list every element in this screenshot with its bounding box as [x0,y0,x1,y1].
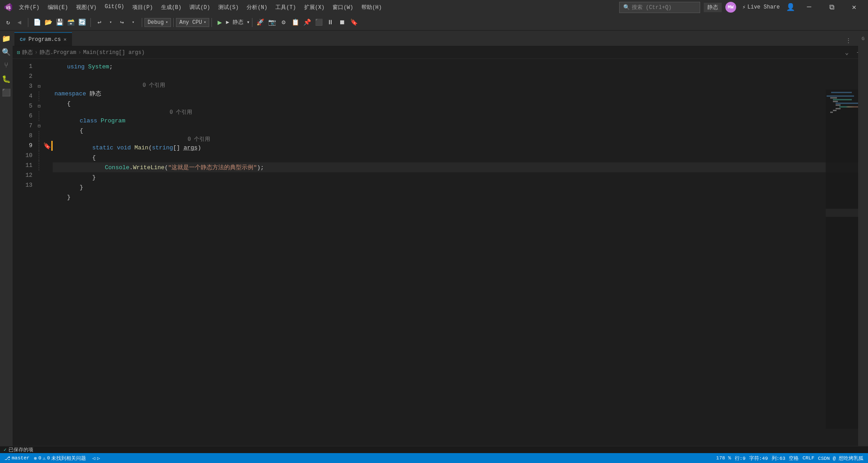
toolbar-separator-3 [142,18,142,27]
code-line-12: } [53,192,862,202]
toolbar-extra6[interactable]: ⏹ [337,17,347,28]
undo-button[interactable]: ↩ [94,17,105,28]
status-right: 178 % 行:9 字符:49 列:63 空格 CRLF CSDN @ 想吃烤乳… [715,453,865,463]
status-errors[interactable]: ⊗ 0 ⚠ 0 未找到相关问题 [32,453,88,463]
live-share-button[interactable]: ⚡ Live Share [740,3,783,12]
activity-search[interactable]: 🔍 [0,46,13,58]
tab-program-cs[interactable]: C# Program.cs ✕ [14,32,72,46]
breadcrumb-namespace[interactable]: ⊡ 静态 [17,49,33,56]
activity-extensions[interactable]: ⬛ [0,86,13,99]
tab-close-icon[interactable]: ✕ [63,36,67,42]
debug-config-select[interactable]: Debug ▾ [144,18,171,27]
activity-explorer[interactable]: 📁 [0,32,13,45]
menu-test[interactable]: 测试(S) [215,2,243,13]
redo-dropdown[interactable]: ▾ [128,17,139,28]
status-nav[interactable]: ◁ ▷ [92,455,100,461]
start-debug-button[interactable]: ▶ [214,17,225,28]
menu-build[interactable]: 生成(B) [157,2,185,13]
user-avatar[interactable]: MW [725,2,736,13]
undo-dropdown[interactable]: ▾ [105,17,116,28]
fold-btn-3[interactable]: ⊟ [36,81,42,91]
menu-debug[interactable]: 调试(D) [186,2,214,13]
code-content[interactable]: using System ; 0 个引用 namespace 静态 { [53,59,862,446]
code-line-1: using System ; [53,62,862,72]
code-line-7: static void Main ( string [] args ) [53,143,862,153]
back-button[interactable]: ◀ [14,17,25,28]
start-config[interactable]: ▶ 静态 ▾ [226,18,250,26]
menu-edit[interactable]: 编辑(E) [44,2,72,13]
profile-icon[interactable]: 👤 [786,3,795,12]
menu-window[interactable]: 窗口(W) [329,2,357,13]
encoding-label: CRLF [802,455,814,461]
status-encoding[interactable]: CRLF [801,453,816,463]
minimap-line-5 [833,99,852,100]
menu-file[interactable]: 文件(F) [15,2,43,13]
ln-7: 7 [13,121,32,131]
ln-10: 10 [13,151,32,161]
zoom-label: 178 % [716,455,731,461]
screenshot-button[interactable]: 📷 [266,17,277,28]
toolbar-extra3[interactable]: 📌 [301,17,312,28]
fold-btn-7[interactable]: ⊟ [36,121,42,131]
redo-button[interactable]: ↪ [117,17,127,28]
param-args: args [184,144,198,151]
activity-git[interactable]: ⑂ [0,59,13,72]
status-zoom[interactable]: 178 % [715,453,733,463]
toolbar-extra7[interactable]: 🔖 [348,17,359,28]
status-line[interactable]: 行:9 [733,453,747,463]
live-share-icon: ⚡ [742,4,746,11]
menu-help[interactable]: 帮助(H) [358,2,386,13]
save-button[interactable]: 💾 [54,17,65,28]
code-line-13 [53,202,862,212]
toolbar-extra2[interactable]: 📋 [290,17,301,28]
kw-class: class [80,117,97,124]
status-char[interactable]: 字符:49 [747,453,770,463]
namespace-icon: ⊡ [17,49,20,55]
breadcrumb-class[interactable]: 静态.Program [40,49,76,56]
menu-extensions[interactable]: 扩展(X) [301,2,328,13]
toolbar-extra1[interactable]: ⚙️ [278,17,289,28]
status-spaces[interactable]: 空格 [787,453,801,463]
menu-git[interactable]: Git(G) [101,2,128,13]
close-button[interactable]: ✕ [844,0,864,14]
toolbar-separator-1 [28,18,28,27]
minimap-line-8 [836,104,841,106]
breadcrumb-method[interactable]: Main(string[] args) [83,49,145,56]
class-console: Console [105,164,130,171]
ln-3: 3 [13,81,32,91]
status-branch[interactable]: ⎇ master [3,453,31,463]
status-csdn[interactable]: CSDN @ 想吃烤乳狐 [816,453,865,463]
fold-btn-5[interactable]: ⊟ [36,101,42,111]
tab-list-button[interactable]: ⋮ [843,35,854,46]
refresh-button[interactable]: ↻ [3,17,13,28]
restore-button[interactable]: ⧉ [821,0,842,14]
right-icon-1[interactable]: G [857,32,868,45]
toolbar-extra5[interactable]: ⏸ [325,17,336,28]
expand-breadcrumb-button[interactable]: ⌄ [842,48,852,58]
menu-project[interactable]: 项目(P) [129,2,157,13]
activity-debug[interactable]: 🐛 [0,73,13,85]
menu-tools[interactable]: 工具(T) [272,2,300,13]
toolbar-extra4[interactable]: ⬛ [313,17,324,28]
menu-analyze[interactable]: 分析(N) [243,2,271,13]
minimize-button[interactable]: ─ [799,0,819,14]
new-file-button[interactable]: 📄 [31,17,42,28]
code-line-8: { [53,153,862,162]
activity-bar: 📁 🔍 ⑂ 🐛 ⬛ [0,31,13,446]
minimap-line-3 [827,95,854,97]
search-box[interactable]: 🔍 搜索 (Ctrl+Q) [619,2,700,13]
code-editor[interactable]: 1 2 3 4 5 6 7 8 9 10 11 12 13 ⊟ ⊟ ⊟ [13,59,868,446]
kw-namespace: namespace [54,90,86,97]
menu-view[interactable]: 视图(V) [72,2,100,13]
publish-button[interactable]: 🚀 [255,17,265,28]
open-file-button[interactable]: 📂 [43,17,54,28]
right-sidebar: G [858,31,868,446]
save-all-button[interactable]: 🗃️ [65,17,76,28]
col-label: 列:63 [772,455,786,462]
minimap [826,90,862,429]
platform-config-select[interactable]: Any CPU ▾ [176,18,209,27]
refresh2-button[interactable]: 🔄 [76,17,87,28]
spaces-label: 空格 [789,455,799,462]
breadcrumb-class-label: 静态.Program [40,49,76,56]
status-col[interactable]: 列:63 [770,453,787,463]
